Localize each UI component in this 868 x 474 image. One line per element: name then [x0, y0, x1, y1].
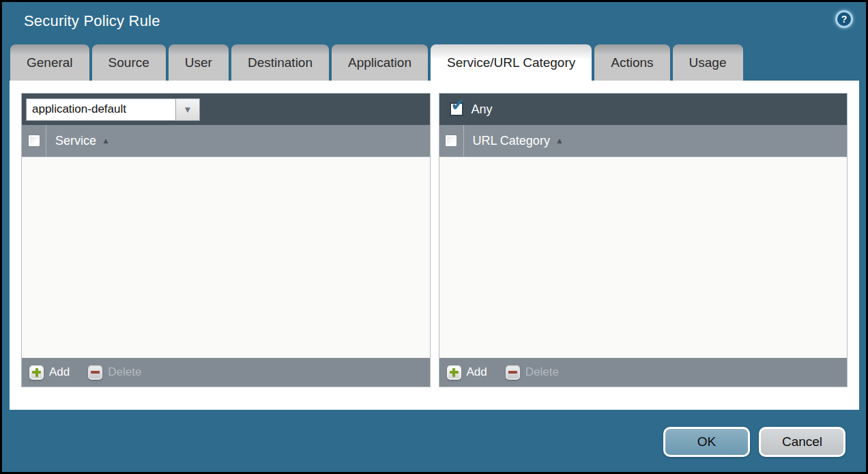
service-add-button[interactable]: Add [29, 365, 70, 380]
service-toolbar: ▼ [22, 94, 430, 125]
dialog-title: Security Policy Rule [24, 12, 160, 30]
service-panel: ▼ Service ▲ [21, 93, 431, 387]
security-policy-rule-dialog: Security Policy Rule ? General Source Us… [2, 2, 866, 472]
chevron-down-icon: ▼ [184, 105, 192, 114]
url-category-add-button[interactable]: Add [447, 365, 487, 380]
url-category-column-header[interactable]: URL Category ▲ [439, 125, 848, 157]
service-add-label: Add [49, 365, 70, 379]
service-delete-button[interactable]: Delete [88, 365, 141, 380]
service-select-all-cell [22, 125, 46, 156]
service-type-dropdown-button[interactable]: ▼ [175, 98, 200, 121]
tab-service-url-category[interactable]: Service/URL Category [431, 44, 592, 81]
service-footer: Add Delete [22, 358, 430, 387]
tab-application[interactable]: Application [332, 44, 428, 81]
url-category-toolbar: ✔ Any [439, 94, 848, 125]
screen: Security Policy Rule ? General Source Us… [0, 0, 868, 474]
url-category-footer: Add Delete [439, 358, 848, 387]
delete-icon [88, 365, 102, 380]
url-category-add-label: Add [467, 365, 487, 379]
service-list [22, 157, 430, 358]
service-select-all-checkbox[interactable] [28, 135, 40, 147]
sort-ascending-icon: ▲ [102, 136, 110, 145]
ok-button[interactable]: OK [663, 427, 750, 457]
service-column-label: Service [55, 134, 96, 148]
title-bar: Security Policy Rule ? [2, 2, 866, 42]
tab-content: ▼ Service ▲ [10, 81, 859, 410]
url-category-list [439, 157, 848, 358]
cancel-button[interactable]: Cancel [759, 427, 845, 457]
tab-actions[interactable]: Actions [594, 44, 669, 81]
tab-source[interactable]: Source [92, 44, 166, 81]
help-icon[interactable]: ? [835, 10, 853, 28]
add-icon [447, 365, 461, 380]
sort-ascending-icon: ▲ [555, 136, 564, 145]
tab-bar: General Source User Destination Applicat… [10, 44, 743, 81]
service-type-combobox: ▼ [26, 98, 200, 121]
tab-destination[interactable]: Destination [231, 44, 329, 81]
dialog-actions: OK Cancel [663, 427, 845, 457]
url-category-panel: ✔ Any URL Category ▲ [439, 93, 848, 387]
checkmark-icon: ✔ [451, 95, 465, 115]
add-icon [29, 365, 44, 380]
url-category-select-all-cell [439, 125, 464, 156]
url-category-column-label: URL Category [473, 134, 550, 148]
service-delete-label: Delete [108, 365, 141, 379]
service-type-input[interactable] [26, 98, 175, 121]
any-label: Any [472, 102, 493, 117]
delete-icon [506, 365, 520, 380]
url-category-select-all-checkbox[interactable] [445, 135, 457, 147]
url-category-delete-label: Delete [525, 365, 559, 379]
any-checkbox[interactable]: ✔ [450, 102, 463, 116]
service-column-header[interactable]: Service ▲ [22, 125, 430, 157]
url-category-delete-button[interactable]: Delete [506, 365, 559, 380]
tab-user[interactable]: User [169, 44, 229, 81]
tab-usage[interactable]: Usage [673, 44, 743, 81]
tab-general[interactable]: General [10, 44, 89, 81]
any-row: ✔ Any [444, 102, 493, 117]
